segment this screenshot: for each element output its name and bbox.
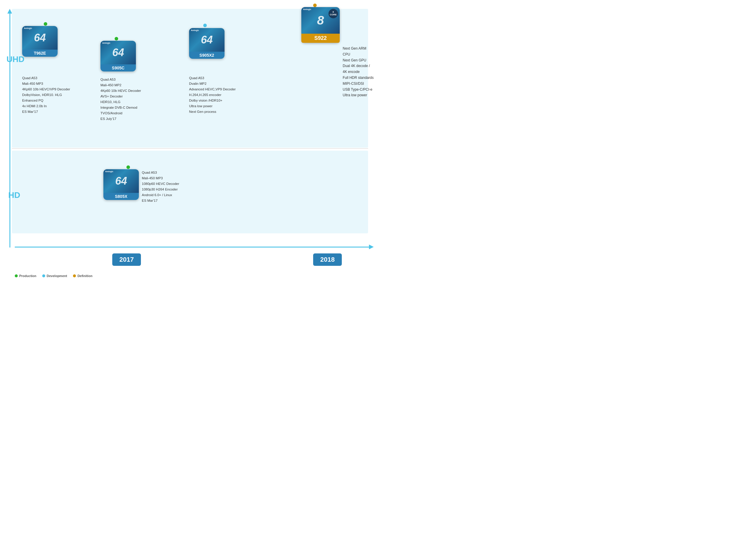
s905c-spec-5: HDR10, HLG <box>100 99 141 105</box>
legend-production-label: Production <box>19 274 36 278</box>
row-label-uhd: UHD <box>6 55 25 64</box>
s905x2-spec-4: H.264,H.265 encoder <box>189 92 236 98</box>
s805x-spec-5: Android 6.0+ / Linux <box>142 192 179 198</box>
s905c-spec-3: 4Kp60 10b HEVC Decoder <box>100 88 141 94</box>
t962e-spec-6: 4x HDMI 2.0b In <box>22 103 70 109</box>
t962e-spec-4: DolbyVision, HDR10. HLG <box>22 92 70 98</box>
legend-definition: Definition <box>73 274 92 278</box>
t962e-number: 64 <box>34 31 46 44</box>
year-2018: 2018 <box>313 253 342 266</box>
s905x2-spec-3: Advanced HEVC,VP9 Decoder <box>189 87 236 92</box>
legend-development-dot <box>42 274 45 277</box>
s905x2-card: Amlogic 64 S905X2 <box>189 28 225 59</box>
s922-8core-badge: 8CORE <box>328 9 338 18</box>
s922-image: Amlogic 8 8CORE <box>301 7 340 34</box>
t962e-spec-1: Quad A53 <box>22 75 70 81</box>
s805x-amlogic-text: Amlogic <box>105 170 113 172</box>
s922-card: Amlogic 8 8CORE S922 <box>301 7 340 43</box>
s905c-spec-8: ES July'17 <box>100 116 141 122</box>
s905x2-spec-6: Ultra low power <box>189 103 236 109</box>
s905x2-status-dot <box>203 24 207 27</box>
s922-spec-5: MIPI-CSI/DSI <box>343 81 374 87</box>
s922-number: 8 <box>317 13 324 27</box>
legend-definition-label: Definition <box>77 274 92 278</box>
s905x2-spec-2: Dvalin MP2 <box>189 81 236 87</box>
y-axis-line <box>9 14 10 248</box>
s805x-status-dot <box>126 165 130 169</box>
s905c-card: Amlogic 64 S905C <box>100 41 136 71</box>
legend-definition-dot <box>73 274 76 277</box>
legend-production: Production <box>15 274 36 278</box>
s922-spec-4: Full HDR standards <box>343 75 374 81</box>
t962e-spec-3: 4Kp60 10b HEVC/VP9 Decoder <box>22 87 70 92</box>
s922-amlogic-text: Amlogic <box>303 8 311 10</box>
y-axis-arrow <box>7 9 12 14</box>
t962e-specs: Quad A53 Mali-450 MP3 4Kp60 10b HEVC/VP9… <box>22 75 70 115</box>
legend-development: Development <box>42 274 67 278</box>
s905c-label: S905C <box>100 64 136 71</box>
t962e-spec-2: Mali-450 MP3 <box>22 81 70 87</box>
s922-spec-6: USB Type-C/PCI-e <box>343 87 374 93</box>
hd-band <box>12 150 368 233</box>
t962e-spec-7: ES Mar'17 <box>22 109 70 115</box>
s905c-specs: Quad A53 Mali-450 MP2 4Kp60 10b HEVC Dec… <box>100 77 141 122</box>
t962e-amlogic-text: Amlogic <box>24 27 32 29</box>
s905c-amlogic-text: Amlogic <box>102 42 111 44</box>
t962e-spec-5: Enhanced PQ <box>22 98 70 103</box>
t962e-label: T962E <box>22 50 57 57</box>
s905x2-number: 64 <box>201 34 213 46</box>
s905c-spec-2: Mali-450 MP2 <box>100 83 141 88</box>
x-axis <box>15 247 370 248</box>
s805x-image: Amlogic 64 <box>103 169 139 193</box>
t962e-card: Amlogic 64 T962E <box>22 26 57 57</box>
s905c-image: Amlogic 64 <box>100 41 136 64</box>
s922-specs: Next Gen ARM CPU Next Gen GPU Dual 4K de… <box>343 46 374 98</box>
s905c-spec-1: Quad A53 <box>100 77 141 83</box>
s805x-spec-2: Mali-450 MP3 <box>142 176 179 181</box>
s922-spec-2: Next Gen GPU <box>343 57 374 64</box>
s805x-label: S805X <box>103 193 139 200</box>
t962e-image: Amlogic 64 <box>22 26 57 50</box>
divider <box>12 148 368 148</box>
s805x-spec-1: Quad A53 <box>142 170 179 176</box>
s905x2-image: Amlogic 64 <box>189 28 225 52</box>
legend-production-dot <box>15 274 18 277</box>
s922-label: S922 <box>301 34 340 43</box>
row-label-hd: HD <box>8 190 20 200</box>
s905c-spec-7: TVOS/Android <box>100 111 141 116</box>
s805x-specs: Quad A53 Mali-450 MP3 1080p60 HEVC Decod… <box>142 170 179 204</box>
s805x-card: Amlogic 64 S805X <box>103 169 139 200</box>
s905x2-amlogic-text: Amlogic <box>191 29 199 31</box>
s805x-spec-6: ES Mar'17 <box>142 198 179 204</box>
s905c-status-dot <box>115 37 118 41</box>
s905x2-spec-7: Next Gen process <box>189 109 236 115</box>
s905x2-spec-5: Dolby vision /HDR10+ <box>189 98 236 103</box>
t962e-status-dot <box>44 22 47 26</box>
year-2017: 2017 <box>112 253 141 266</box>
s805x-spec-4: 1080p30 H264 Encoder <box>142 187 179 192</box>
s905x2-spec-1: Quad A53 <box>189 75 236 81</box>
s805x-spec-3: 1080p60 HEVC Decoder <box>142 181 179 187</box>
s905c-number: 64 <box>112 46 124 59</box>
s922-spec-3: Dual 4K decode / 4K encode <box>343 63 374 75</box>
s905c-spec-6: Integrate DVB-C Demod <box>100 105 141 111</box>
s922-spec-1: Next Gen ARM CPU <box>343 46 374 57</box>
x-axis-arrow <box>369 244 374 249</box>
s905c-spec-4: AVS+ Decoder <box>100 94 141 99</box>
s905x2-specs: Quad A53 Dvalin MP2 Advanced HEVC,VP9 De… <box>189 75 236 115</box>
s805x-number: 64 <box>115 175 127 187</box>
legend-development-label: Development <box>47 274 67 278</box>
s905x2-label: S905X2 <box>189 52 225 59</box>
s922-status-dot <box>313 3 317 7</box>
s922-spec-7: Ultra low power <box>343 92 374 98</box>
legend: Production Development Definition <box>15 274 92 278</box>
